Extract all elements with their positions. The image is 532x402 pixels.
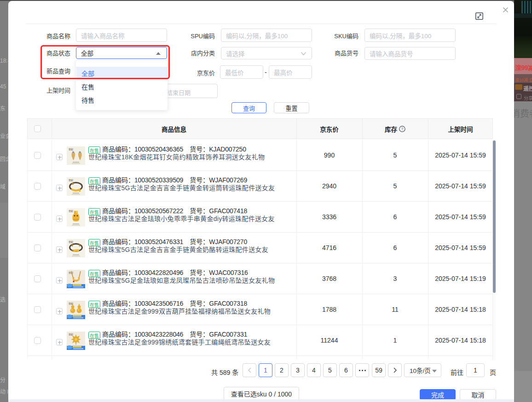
svg-text:世纪: 世纪 xyxy=(69,179,73,182)
svg-text:世纪: 世纪 xyxy=(69,148,73,151)
svg-text:世纪: 世纪 xyxy=(69,333,73,336)
svg-text:世纪: 世纪 xyxy=(69,210,73,213)
svg-text:?: ? xyxy=(401,127,404,131)
svg-text:世纪: 世纪 xyxy=(69,240,73,244)
